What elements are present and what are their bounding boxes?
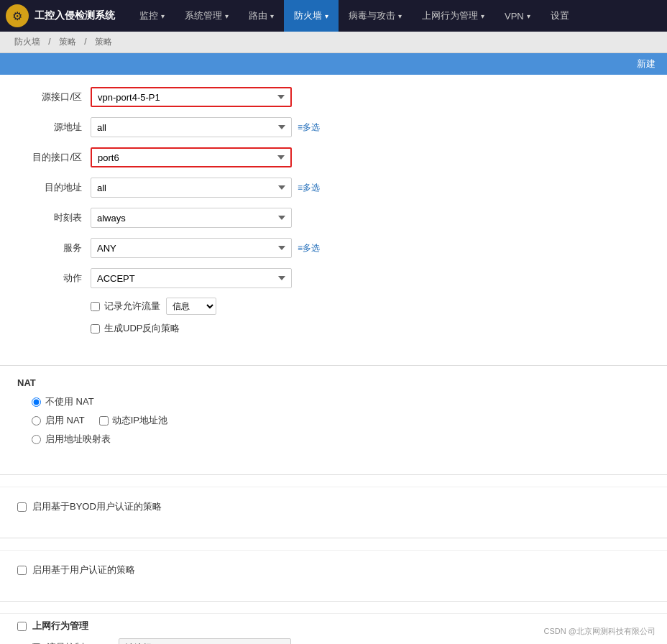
flow-control-row: 流量控制 [请选择] [17, 638, 650, 644]
log-traffic-label: 记录允许流量 [104, 300, 160, 313]
chevron-down-icon: ▾ [527, 12, 530, 20]
navigation-bar: ⚙ 工控入侵检测系统 监控 ▾ 系统管理 ▾ 路由 ▾ 防火墙 ▾ 病毒与攻击 … [0, 0, 667, 32]
byod-policy-row: 启用基于BYOD用户认证的策略 [17, 493, 650, 520]
content-area: 新建 源接口/区 vpn-port4-5-P1 源地址 all ≡多选 目 [0, 53, 667, 644]
nat-section: NAT 不使用 NAT 启用 NAT 动态IP地址池 启用地址映射表 [0, 377, 667, 463]
nav-label-system: 系统管理 [185, 9, 222, 22]
chevron-down-icon: ▾ [270, 12, 274, 20]
byod-policy-label: 启用基于BYOD用户认证的策略 [32, 500, 162, 513]
source-address-label: 源地址 [17, 121, 82, 134]
dynamic-ip-checkbox[interactable] [99, 416, 109, 426]
breadcrumb-separator-2: / [84, 37, 89, 47]
nav-label-virus: 病毒与攻击 [349, 9, 395, 22]
dest-interface-select[interactable]: port6 [91, 147, 292, 167]
chevron-down-icon: ▾ [325, 12, 328, 20]
behavior-mgmt-checkbox[interactable] [17, 622, 27, 631]
new-button[interactable]: 新建 [637, 58, 656, 70]
use-nat-row: 启用 NAT 动态IP地址池 [17, 414, 650, 427]
user-auth-policy-section: 启用基于用户认证的策略 [0, 550, 667, 589]
source-address-row: 源地址 all ≡多选 [17, 116, 650, 138]
log-traffic-row: 记录允许流量 信息 [17, 298, 650, 315]
dest-interface-label: 目的接口/区 [17, 151, 82, 164]
chevron-down-icon: ▾ [161, 12, 165, 20]
footer-watermark: CSDN @北京网测科技有限公司 [544, 626, 656, 637]
nav-item-system[interactable]: 系统管理 ▾ [175, 0, 239, 32]
form-area: 源接口/区 vpn-port4-5-P1 源地址 all ≡多选 目的接口/区 [0, 75, 667, 354]
section-header: 新建 [0, 53, 667, 75]
nav-item-route[interactable]: 路由 ▾ [239, 0, 284, 32]
source-address-control: all ≡多选 [91, 117, 364, 137]
service-multi-select[interactable]: ≡多选 [298, 242, 320, 254]
source-interface-select[interactable]: vpn-port4-5-P1 [91, 87, 292, 107]
nav-item-monitor[interactable]: 监控 ▾ [129, 0, 175, 32]
source-interface-row: 源接口/区 vpn-port4-5-P1 [17, 86, 650, 108]
nav-item-virus[interactable]: 病毒与攻击 ▾ [339, 0, 412, 32]
nav-item-firewall[interactable]: 防火墙 ▾ [284, 0, 339, 32]
breadcrumb-item-1[interactable]: 防火墙 [14, 37, 40, 47]
nav-label-behavior: 上网行为管理 [422, 9, 478, 22]
dest-address-multi-select[interactable]: ≡多选 [298, 182, 320, 194]
action-row: 动作 ACCEPT [17, 267, 650, 289]
logo: ⚙ 工控入侵检测系统 [6, 4, 115, 27]
byod-policy-section: 启用基于BYOD用户认证的策略 [0, 487, 667, 526]
chevron-down-icon: ▾ [225, 12, 229, 20]
dest-interface-control: port6 [91, 147, 364, 167]
nav-label-monitor: 监控 [139, 9, 158, 22]
dest-address-select[interactable]: all [91, 178, 292, 198]
schedule-control: always [91, 208, 364, 228]
breadcrumb-separator: / [48, 37, 53, 47]
dest-interface-row: 目的接口/区 port6 [17, 147, 650, 168]
nav-label-settings: 设置 [551, 9, 569, 22]
byod-policy-checkbox[interactable] [17, 502, 27, 512]
user-auth-policy-checkbox[interactable] [17, 566, 27, 575]
logo-text: 工控入侵检测系统 [34, 9, 115, 22]
source-address-multi-select[interactable]: ≡多选 [298, 121, 320, 134]
chevron-down-icon: ▾ [481, 12, 484, 20]
generate-udp-label: 生成UDP反向策略 [104, 322, 180, 335]
action-control: ACCEPT [91, 268, 364, 288]
dest-address-row: 目的地址 all ≡多选 [17, 177, 650, 198]
user-auth-policy-label: 启用基于用户认证的策略 [32, 564, 135, 576]
schedule-label: 时刻表 [17, 211, 82, 224]
dynamic-ip-label: 动态IP地址池 [112, 414, 167, 427]
no-nat-row: 不使用 NAT [17, 395, 650, 408]
service-label: 服务 [17, 242, 82, 254]
action-label: 动作 [17, 272, 82, 285]
flow-control-select[interactable]: [请选择] [119, 638, 291, 644]
log-level-select[interactable]: 信息 [166, 298, 216, 315]
address-map-label: 启用地址映射表 [45, 433, 111, 446]
use-nat-label: 启用 NAT [45, 414, 85, 427]
address-map-radio[interactable] [32, 435, 41, 444]
nav-label-firewall: 防火墙 [294, 9, 322, 22]
log-traffic-checkbox[interactable] [91, 302, 100, 311]
no-nat-radio[interactable] [32, 397, 41, 407]
nav-label-route: 路由 [249, 9, 267, 22]
generate-udp-row: 生成UDP反向策略 [17, 322, 650, 335]
flow-control-label: 流量控制 [47, 641, 119, 644]
source-interface-label: 源接口/区 [17, 91, 82, 104]
nat-title: NAT [17, 377, 650, 388]
nav-item-vpn[interactable]: VPN ▾ [494, 0, 540, 32]
behavior-mgmt-label: 上网行为管理 [32, 620, 88, 632]
nav-item-behavior[interactable]: 上网行为管理 ▾ [412, 0, 494, 32]
use-nat-radio[interactable] [32, 416, 41, 426]
no-nat-label: 不使用 NAT [45, 395, 94, 408]
logo-icon: ⚙ [6, 4, 29, 27]
nav-item-settings[interactable]: 设置 [540, 0, 579, 32]
generate-udp-checkbox[interactable] [91, 324, 100, 334]
breadcrumb-item-3: 策略 [95, 37, 112, 47]
action-select[interactable]: ACCEPT [91, 268, 292, 288]
schedule-row: 时刻表 always [17, 207, 650, 229]
dest-address-label: 目的地址 [17, 181, 82, 194]
dest-address-control: all ≡多选 [91, 178, 364, 198]
address-map-row: 启用地址映射表 [17, 433, 650, 446]
breadcrumb-item-2[interactable]: 策略 [59, 37, 76, 47]
source-address-select[interactable]: all [91, 117, 292, 137]
service-control: ANY ≡多选 [91, 238, 364, 258]
nav-items: 监控 ▾ 系统管理 ▾ 路由 ▾ 防火墙 ▾ 病毒与攻击 ▾ 上网行为管理 ▾ … [129, 0, 579, 32]
schedule-select[interactable]: always [91, 208, 292, 228]
service-select[interactable]: ANY [91, 238, 292, 258]
source-interface-control: vpn-port4-5-P1 [91, 87, 364, 107]
breadcrumb: 防火墙 / 策略 / 策略 [0, 32, 667, 53]
service-row: 服务 ANY ≡多选 [17, 237, 650, 259]
